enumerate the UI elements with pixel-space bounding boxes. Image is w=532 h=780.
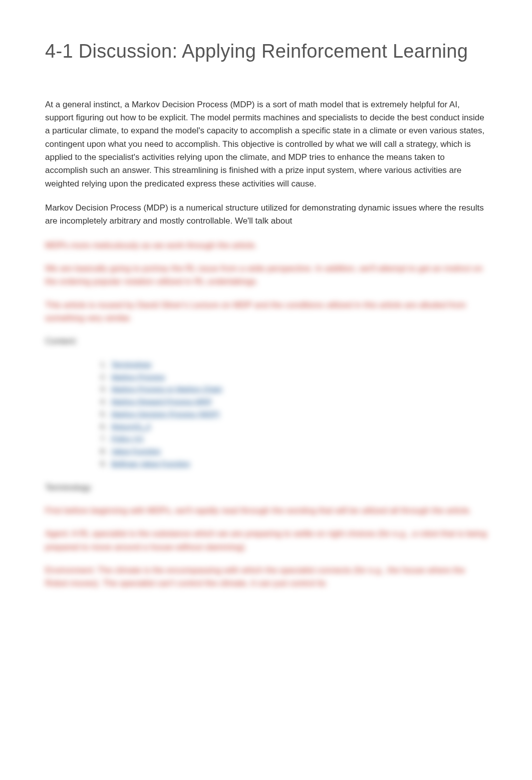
toc-list: 1.Terminology 2.Markov Process 3.Markov … [45,358,487,470]
page-title: 4-1 Discussion: Applying Reinforcement L… [45,40,487,63]
blurred-line-1: MDPs more meticulously as we work throug… [45,239,487,252]
blurred-line-4: First before beginning with MDPs, we'll … [45,504,487,517]
blurred-line-6: Environment: The climate is the encompas… [45,564,487,591]
blurred-line-3: This article is roused by David Silver's… [45,299,487,325]
blurred-line-2: We are basically going to portray the RL… [45,262,487,289]
list-item: 8.Value Function [100,445,487,458]
list-item: 7.Policy (π) [100,433,487,445]
content-label: Content: [45,335,487,348]
blurred-line-5: Agent: A RL specialist is the substance … [45,527,487,554]
list-item: 6.Return(G_t) [100,421,487,433]
paragraph-intro: At a general instinct, a Markov Decision… [45,98,487,190]
list-item: 3.Markov Process or Markov Chain [100,383,487,396]
list-item: 9.Bellman Value Function [100,458,487,470]
list-item: 2.Markov Process [100,371,487,383]
blurred-content: MDPs more meticulously as we work throug… [45,239,487,591]
terminology-label: Terminology [45,481,487,494]
list-item: 5.Markov Decision Process (MDP) [100,408,487,421]
paragraph-mdp: Markov Decision Process (MDP) is a numer… [45,202,487,228]
list-item: 1.Terminology [100,358,487,371]
list-item: 4.Markov Reward Process MRP [100,396,487,408]
